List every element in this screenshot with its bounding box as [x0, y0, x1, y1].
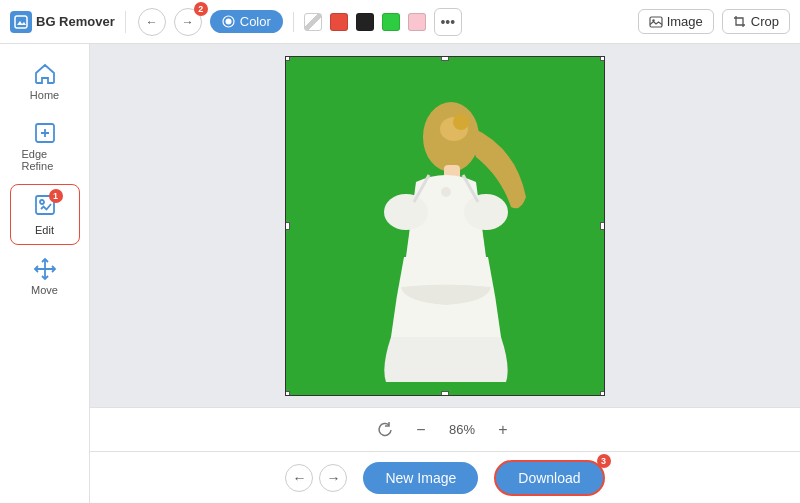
image-canvas	[285, 56, 605, 396]
svg-rect-0	[15, 16, 27, 28]
edit-badge: 1	[49, 189, 63, 203]
download-button[interactable]: Download	[494, 460, 604, 496]
handle-bm[interactable]	[441, 391, 449, 396]
sidebar-home-label: Home	[30, 89, 59, 101]
handle-br[interactable]	[600, 391, 605, 396]
image-button-label: Image	[667, 14, 703, 29]
app-title: BG Remover	[36, 14, 115, 29]
canvas-area: − 86% + ← → New Image Download 3	[90, 44, 800, 503]
handle-bl[interactable]	[285, 391, 290, 396]
separator	[293, 12, 294, 32]
more-button[interactable]: •••	[434, 8, 462, 36]
sidebar-item-home[interactable]: Home	[10, 54, 80, 109]
download-badge: 3	[597, 454, 611, 468]
svg-point-10	[453, 114, 469, 130]
sidebar-move-label: Move	[31, 284, 58, 296]
handle-tm[interactable]	[441, 56, 449, 61]
redo-button-wrap: → 2	[174, 8, 202, 36]
handle-tr[interactable]	[600, 56, 605, 61]
woman-svg	[286, 57, 604, 395]
canvas-content	[90, 44, 800, 407]
swatch-green[interactable]	[382, 13, 400, 31]
image-button[interactable]: Image	[638, 9, 714, 34]
toolbar-right: Image Crop	[638, 9, 790, 34]
swatch-red[interactable]	[330, 13, 348, 31]
bottom-bar: − 86% +	[90, 407, 800, 451]
svg-point-14	[464, 194, 508, 230]
sidebar-edit-label: Edit	[35, 224, 54, 236]
toolbar: BG Remover ← → 2 Color ••• Image Crop	[0, 0, 800, 44]
edit-badge-wrap: 1	[33, 193, 57, 221]
swatch-pink[interactable]	[408, 13, 426, 31]
main-area: Home Edge Refine 1	[0, 44, 800, 503]
svg-point-7	[40, 200, 44, 204]
handle-ml[interactable]	[285, 222, 290, 230]
svg-point-12	[441, 187, 451, 197]
action-bar: ← → New Image Download 3	[90, 451, 800, 503]
app-logo: BG Remover	[10, 11, 126, 33]
svg-rect-3	[650, 17, 662, 27]
crop-button-label: Crop	[751, 14, 779, 29]
swatch-black[interactable]	[356, 13, 374, 31]
download-button-wrap: Download 3	[494, 460, 604, 496]
image-border	[285, 56, 605, 396]
crop-button[interactable]: Crop	[722, 9, 790, 34]
swatch-transparent[interactable]	[304, 13, 322, 31]
new-image-button[interactable]: New Image	[363, 462, 478, 494]
logo-icon	[10, 11, 32, 33]
svg-point-2	[225, 19, 231, 25]
sidebar: Home Edge Refine 1	[0, 44, 90, 503]
rotate-icon	[375, 421, 393, 439]
next-button[interactable]: →	[319, 464, 347, 492]
sidebar-item-edit[interactable]: 1 Edit	[10, 184, 80, 245]
undo-button[interactable]: ←	[138, 8, 166, 36]
zoom-in-button[interactable]: +	[491, 418, 515, 442]
zoom-out-button[interactable]: −	[409, 418, 433, 442]
scene	[286, 57, 604, 395]
redo-badge: 2	[194, 2, 208, 16]
svg-point-13	[384, 194, 428, 230]
color-tab[interactable]: Color	[210, 10, 283, 33]
color-tab-label: Color	[240, 14, 271, 29]
prev-button[interactable]: ←	[285, 464, 313, 492]
nav-arrows: ← →	[285, 464, 347, 492]
sidebar-item-move[interactable]: Move	[10, 249, 80, 304]
handle-mr[interactable]	[600, 222, 605, 230]
sidebar-edge-label: Edge Refine	[22, 148, 68, 172]
sidebar-item-edge-refine[interactable]: Edge Refine	[10, 113, 80, 180]
handle-tl[interactable]	[285, 56, 290, 61]
zoom-level: 86%	[449, 422, 475, 437]
